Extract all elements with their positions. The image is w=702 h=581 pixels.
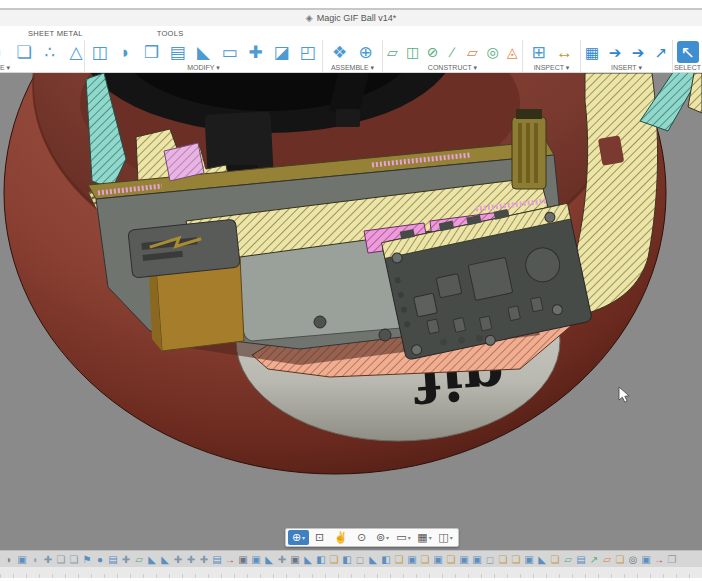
construct-group-label[interactable]: CONSTRUCT ▾ — [428, 64, 477, 72]
pan-button[interactable]: ✌ — [330, 530, 351, 545]
tl-sketch[interactable]: ❏ — [55, 553, 67, 566]
tl-box[interactable]: ▣ — [471, 553, 483, 566]
tl-move[interactable]: ✚ — [185, 553, 197, 566]
tl-link[interactable]: → — [653, 553, 665, 566]
tl-extrude[interactable]: ◧ — [315, 553, 327, 566]
press-pull-icon[interactable]: ◫ — [88, 41, 112, 63]
tl-shape[interactable]: ◻ — [354, 553, 366, 566]
tab-sheet-metal[interactable]: SHEET METAL — [22, 29, 89, 40]
tl-move[interactable]: ✚ — [42, 553, 54, 566]
tl-align[interactable]: ◣ — [146, 553, 158, 566]
tl-extrude[interactable]: ◧ — [341, 553, 353, 566]
tl-align[interactable]: ◣ — [367, 553, 379, 566]
look-at-button[interactable]: ⊡ — [309, 530, 330, 545]
tl-hole[interactable]: ▣ — [289, 553, 301, 566]
tl-sketch[interactable]: ❏ — [614, 553, 626, 566]
fit-button[interactable]: ⊚ ▾ — [372, 530, 393, 545]
orbit-button[interactable]: ⊕ ▾ — [288, 530, 309, 545]
plane-point-icon[interactable]: ▱ — [464, 41, 482, 63]
tl-move[interactable]: ✚ — [198, 553, 210, 566]
joint-icon[interactable]: ⊕ — [354, 41, 378, 63]
tl-sketch[interactable]: ❏ — [328, 553, 340, 566]
modify-group-label[interactable]: MODIFY ▾ — [187, 64, 220, 72]
tl-sketch[interactable]: ❏ — [497, 553, 509, 566]
model-section-view[interactable]: .gif — [0, 73, 702, 550]
tl-sketch[interactable]: ❏ — [445, 553, 457, 566]
grid-snaps-button[interactable]: ▦ ▾ — [414, 530, 435, 545]
tl-box[interactable]: ▣ — [250, 553, 262, 566]
tl-align[interactable]: ◣ — [159, 553, 171, 566]
tab-tools[interactable]: TOOLS — [151, 29, 190, 40]
insert-dxf-icon[interactable]: ➔ — [628, 41, 649, 63]
form-icon[interactable]: ◖ — [0, 41, 10, 63]
viewports-button[interactable]: ◫ ▾ — [435, 530, 456, 545]
tl-align[interactable]: ◣ — [302, 553, 314, 566]
tl-box[interactable]: ▣ — [406, 553, 418, 566]
pattern-icon[interactable]: ∴ — [38, 41, 62, 63]
split-body-icon[interactable]: ◰ — [296, 41, 320, 63]
sketch-icon[interactable]: ❏ — [12, 41, 36, 63]
insert-svg-icon[interactable]: ➔ — [605, 41, 626, 63]
new-component-icon[interactable]: ❖ — [328, 41, 352, 63]
display-settings-button[interactable]: ▭ ▾ — [393, 530, 414, 545]
tl-extrude[interactable]: ◧ — [380, 553, 392, 566]
zoom-button[interactable]: ⊙ — [351, 530, 372, 545]
move-copy-icon[interactable]: ✚ — [244, 41, 268, 63]
tl-align[interactable]: ◣ — [536, 553, 548, 566]
canvas-image-icon[interactable]: ▦ — [582, 41, 603, 63]
tl-move[interactable]: ✚ — [120, 553, 132, 566]
tl-flag[interactable]: ⚑ — [81, 553, 93, 566]
tl-box[interactable]: ▣ — [432, 553, 444, 566]
insert-mesh-icon[interactable]: ↗ — [651, 41, 672, 63]
tl-plane[interactable]: ▱ — [562, 553, 574, 566]
tl-box[interactable]: ▣ — [523, 553, 535, 566]
tl-stack[interactable]: ▤ — [575, 553, 587, 566]
tl-body[interactable]: ▣ — [237, 553, 249, 566]
tl-sketch[interactable]: ❏ — [68, 553, 80, 566]
midplane-icon[interactable]: ◫ — [404, 41, 422, 63]
shell-icon[interactable]: ▤ — [166, 41, 190, 63]
tl-move[interactable]: ✚ — [276, 553, 288, 566]
assemble-group-label[interactable]: ASSEMBLE ▾ — [331, 64, 374, 72]
tl-sketch[interactable]: ❏ — [510, 553, 522, 566]
measure-distance-icon[interactable]: ↔ — [553, 41, 577, 63]
tl-link[interactable]: → — [224, 553, 236, 566]
tl-box[interactable]: ▣ — [458, 553, 470, 566]
inspect-group-label[interactable]: INSPECT ▾ — [534, 64, 570, 72]
draft-icon[interactable]: ◪ — [270, 41, 294, 63]
combine-icon[interactable]: ❒ — [140, 41, 164, 63]
tl-stack[interactable]: ▤ — [107, 553, 119, 566]
point-center-icon[interactable]: ◎ — [484, 41, 502, 63]
insert-group-label[interactable]: INSERT ▾ — [611, 64, 642, 72]
tl-shape[interactable]: ◻ — [484, 553, 496, 566]
change-parameters-icon[interactable]: ▭ — [218, 41, 242, 63]
tl-sketch[interactable]: ❏ — [419, 553, 431, 566]
select-icon[interactable]: ↖ — [677, 41, 699, 63]
tl-plane[interactable]: ▱ — [133, 553, 145, 566]
tl-sphere[interactable]: ● — [94, 553, 106, 566]
tl-align[interactable]: ◣ — [263, 553, 275, 566]
offset-plane-icon[interactable]: ▱ — [384, 41, 402, 63]
pin-header-connector[interactable] — [512, 109, 546, 189]
align-icon[interactable]: ◣ — [192, 41, 216, 63]
tl-stack[interactable]: ▤ — [211, 553, 223, 566]
tl-box[interactable]: ▣ — [16, 553, 28, 566]
point-vertex-icon[interactable]: ◬ — [504, 41, 522, 63]
tl-sketch[interactable]: ❏ — [549, 553, 561, 566]
axis-cylinder-icon[interactable]: ⊘ — [424, 41, 442, 63]
tl-shape[interactable]: ❐ — [666, 553, 678, 566]
tl-arc[interactable]: ↗ — [588, 553, 600, 566]
select-group-label[interactable]: SELECT — [674, 64, 701, 71]
timeline-ruler[interactable] — [0, 567, 702, 578]
tl-pipe[interactable]: ◎ — [627, 553, 639, 566]
viewport-canvas[interactable]: .gif — [0, 73, 702, 550]
tl-move[interactable]: ✚ — [172, 553, 184, 566]
tl-form[interactable]: ◖ — [29, 553, 41, 566]
tl-sketch[interactable]: ❏ — [393, 553, 405, 566]
axis-edge-icon[interactable]: ∕ — [444, 41, 462, 63]
tl-revolve[interactable]: ◗ — [3, 553, 15, 566]
document-tab-title[interactable]: Magic GIF Ball v14* — [317, 13, 397, 23]
measure-icon[interactable]: ⊞ — [527, 41, 551, 63]
fillet-icon[interactable]: ◗ — [114, 41, 138, 63]
create-group-label[interactable]: E ▾ — [0, 64, 10, 72]
